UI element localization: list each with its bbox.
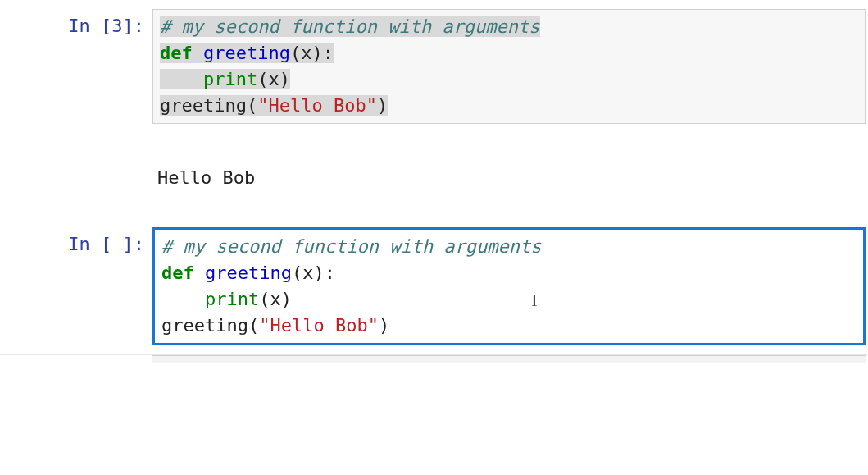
prompt-execution-count: [111, 234, 122, 254]
code-paren: (: [257, 69, 268, 89]
output-prompt-spacer: [0, 140, 152, 191]
code-keyword-def: def: [161, 263, 194, 283]
prompt-in-text: In: [68, 234, 101, 254]
input-prompt: In [3]:: [1, 9, 152, 39]
code-paren: ):: [313, 263, 335, 283]
prompt-execution-count: 3: [111, 16, 122, 36]
code-func-name: greeting: [203, 43, 290, 63]
code-editor-active[interactable]: # my second function with argumentsdef g…: [152, 227, 866, 345]
prompt-bracket-open: [: [101, 16, 111, 36]
code-paren: (: [259, 289, 270, 309]
code-input-area[interactable]: # my second function with argumentsdef g…: [152, 9, 866, 124]
code-paren: ): [279, 69, 290, 89]
prompt-bracket-close: ]:: [123, 16, 145, 36]
input-prompt: In [ ]:: [1, 227, 152, 258]
code-func-name: greeting: [205, 263, 292, 283]
code-arg: x: [270, 289, 280, 309]
code-keyword-def: def: [160, 43, 193, 63]
code-input-area[interactable]: # my second function with argumentsdef g…: [152, 227, 866, 345]
code-builtin-print: print: [205, 289, 259, 309]
code-string: "Hello Bob": [259, 315, 379, 336]
code-cell-executed: In [3]: # my second function with argume…: [0, 0, 868, 137]
code-comment: # my second function with arguments: [160, 16, 540, 37]
prompt-in-text: In: [68, 16, 101, 36]
prompt-bracket-open: [: [101, 234, 111, 254]
code-space: [193, 43, 203, 63]
code-arg: x: [302, 263, 313, 283]
code-indent: [161, 289, 205, 309]
text-caret: [389, 314, 389, 336]
code-paren: ): [281, 289, 292, 309]
code-paren: (: [248, 315, 259, 336]
code-paren: (: [247, 95, 257, 116]
code-func-call: greeting: [161, 315, 248, 336]
code-paren: (: [292, 263, 302, 283]
code-string: "Hello Bob": [257, 95, 377, 116]
code-func-call: greeting: [160, 95, 247, 116]
code-paren: ): [379, 315, 389, 336]
code-paren: ):: [311, 43, 334, 63]
code-arg: x: [268, 69, 279, 89]
code-indent: [160, 69, 203, 89]
output-area: Hello Bob: [0, 137, 868, 196]
code-cell-selected: In [ ]: # my second function with argume…: [0, 212, 868, 349]
prompt-bracket-close: ]:: [123, 234, 145, 254]
code-builtin-print: print: [203, 69, 257, 89]
next-cell-edge: [152, 355, 866, 363]
code-comment: # my second function with arguments: [161, 236, 542, 257]
code-arg: x: [301, 43, 311, 63]
code-paren: (: [290, 43, 301, 63]
code-editor[interactable]: # my second function with argumentsdef g…: [152, 9, 866, 124]
stdout-text: Hello Bob: [152, 140, 255, 191]
code-paren: ): [377, 95, 388, 116]
